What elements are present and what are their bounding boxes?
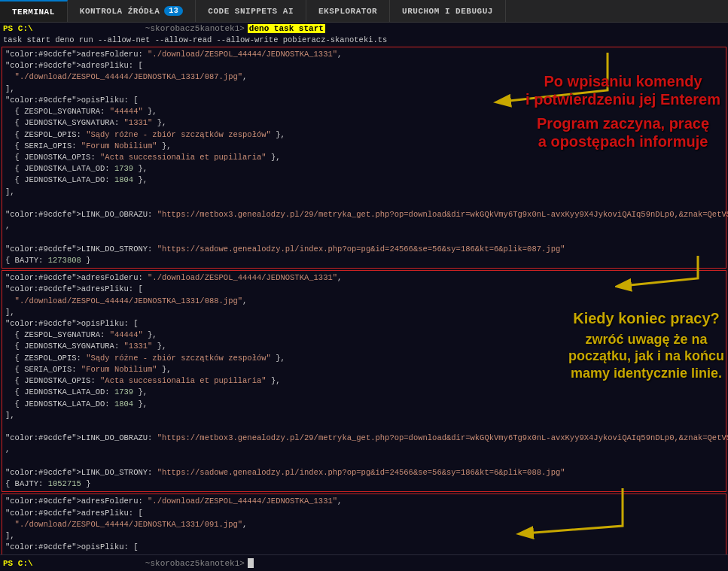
tab-explorer[interactable]: EKSPLORATOR	[306, 0, 390, 22]
source-control-badge: 13	[164, 6, 183, 16]
data-block-1: "color:#9cdcfe">adresFolderu: "./downloa…	[2, 270, 726, 492]
cmd-path: ~skorobacz5kanotek1>	[36, 24, 245, 33]
ps-prompt: PS C:\	[3, 24, 33, 33]
full-cmd-line: task start deno run --allow-net --allow-…	[0, 35, 728, 45]
bottom-ps-prompt: PS C:\	[3, 559, 33, 568]
data-block-2: "color:#9cdcfe">adresFolderu: "./downloa…	[2, 494, 726, 554]
terminal-cursor	[248, 558, 254, 568]
tab-source-control[interactable]: KONTROLA ŹRÓDŁA 13	[68, 0, 196, 22]
main-area: PS C:\ ~skorobacz5kanotek1> deno task st…	[0, 23, 728, 571]
tab-bar: TERMINAL KONTROLA ŹRÓDŁA 13 CODE SNIPPET…	[0, 0, 728, 23]
cmd-deno-task: deno task start	[248, 24, 325, 33]
tab-terminal[interactable]: TERMINAL	[0, 0, 68, 22]
tab-run-debug[interactable]: URUCHOM I DEBUGUJ	[390, 0, 506, 22]
data-blocks-area[interactable]: "color:#9cdcfe">adresFolderu: "./downloa…	[0, 45, 728, 554]
bottom-bar: PS C:\ ~skorobacz5kanotek1>	[0, 554, 728, 571]
bottom-ps-path: ~skorobacz5kanotek1>	[36, 559, 245, 568]
cmd-bar: PS C:\ ~skorobacz5kanotek1> deno task st…	[0, 23, 728, 35]
data-block-0: "color:#9cdcfe">adresFolderu: "./downloa…	[2, 47, 726, 269]
terminal-panel: PS C:\ ~skorobacz5kanotek1> deno task st…	[0, 23, 728, 571]
tab-code-snippets[interactable]: CODE SNIPPETS AI	[196, 0, 306, 22]
